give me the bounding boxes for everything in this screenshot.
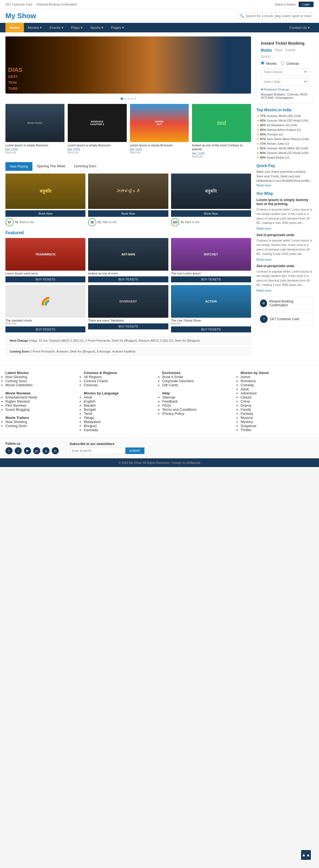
footer-item[interactable]: Thriller xyxy=(241,428,314,432)
social-twitter[interactable]: t xyxy=(15,447,22,454)
footer-item[interactable]: Corporate Vouchers xyxy=(162,379,235,383)
select-date[interactable]: Select Date xyxy=(261,78,309,86)
nav-events[interactable]: Events ▾ xyxy=(46,23,67,32)
tab-coming-soon[interactable]: Comming Soon xyxy=(70,162,101,171)
search-bar[interactable]: 🔍 xyxy=(237,12,314,19)
footer-item[interactable]: Telugu xyxy=(84,416,157,420)
footer-item[interactable]: Movie Celebrities xyxy=(5,383,78,387)
buy-tickets-btn-6[interactable]: BUY TICKETS xyxy=(171,327,251,332)
footer-item[interactable]: Bengali xyxy=(84,407,157,411)
footer-item[interactable]: Sitemap xyxy=(162,395,235,399)
book-now-btn-2[interactable]: Book Now xyxy=(88,210,168,217)
footer-item[interactable]: Cinemas xyxy=(84,383,157,387)
ticket-tab-plays[interactable]: Plays xyxy=(275,48,283,52)
customer-care-link[interactable]: 24/7 Customer Care xyxy=(5,3,32,6)
blog-read-more-3[interactable]: Read more xyxy=(256,289,271,292)
footer-item[interactable]: Fantasy xyxy=(241,411,314,416)
ticket-tab-movies[interactable]: Movies xyxy=(261,48,272,52)
buy-tickets-btn-5[interactable]: BUY TICKETS xyxy=(88,323,168,330)
footer-item[interactable]: Adventure xyxy=(241,391,314,395)
radio-movies-label[interactable]: Movies xyxy=(261,61,277,66)
subscribe-input[interactable] xyxy=(70,447,124,454)
dot-5[interactable] xyxy=(134,98,136,100)
footer-item[interactable]: Action xyxy=(241,375,314,379)
footer-item[interactable]: Romance xyxy=(241,379,314,383)
footer-item[interactable]: Kannada xyxy=(84,428,157,432)
footer-item[interactable]: Malayalam xyxy=(84,420,157,424)
footer-item[interactable]: Drama xyxy=(241,403,314,407)
buy-tickets-btn-4[interactable]: BUY TICKETS xyxy=(5,327,86,332)
footer-item[interactable]: Now Showing xyxy=(5,420,78,424)
subscribe-submit[interactable]: SUBMIT xyxy=(125,447,145,454)
footer-col-3: Exclusives Book A Smile Corporate Vouche… xyxy=(162,371,235,432)
buy-tickets-btn-2[interactable]: BUY TICKETS xyxy=(88,276,168,282)
footer-item[interactable]: Marathi xyxy=(84,403,157,407)
book-now-btn-1[interactable]: Book Now xyxy=(5,210,86,217)
footer-item[interactable]: Bhojpuri xyxy=(84,424,157,428)
tab-opening-week[interactable]: Opening This Week xyxy=(32,162,70,171)
footer-item[interactable]: Guest Blogging xyxy=(5,407,78,411)
social-facebook[interactable]: f xyxy=(5,447,12,454)
footer-item[interactable]: All Regions xyxy=(84,375,157,379)
footer-item[interactable]: FAQs xyxy=(162,403,235,407)
nav-pages[interactable]: Pages ▾ xyxy=(107,23,128,32)
ticket-tabs-2: Sports xyxy=(261,55,309,59)
footer-item[interactable]: Film Reviews xyxy=(5,403,78,407)
nav-movies[interactable]: Movies ▾ xyxy=(24,23,46,32)
footer-item[interactable]: Comedy xyxy=(241,383,314,387)
footer-item[interactable]: Musical xyxy=(241,416,314,420)
social-google[interactable]: g xyxy=(42,447,50,454)
footer-item[interactable]: Classic xyxy=(241,395,314,399)
social-youtube[interactable]: ▶ xyxy=(24,447,31,454)
footer-item[interactable]: Coming Soon xyxy=(5,424,78,428)
login-button[interactable]: Login xyxy=(298,2,314,7)
footer-item[interactable]: Suspense xyxy=(241,424,314,428)
dot-1[interactable] xyxy=(121,98,123,100)
nav-plays[interactable]: Plays ▾ xyxy=(67,23,87,32)
dot-3[interactable] xyxy=(127,98,129,100)
sidebar-action-care[interactable]: ? 24/7 Customer Care xyxy=(256,312,314,326)
radio-cinemas-label[interactable]: Cinemas xyxy=(281,61,299,66)
now-playing-movie-3: बाहुबलि Book Now 100 % Want to see xyxy=(171,174,251,226)
footer-item[interactable]: Privacy Policy xyxy=(162,411,235,416)
footer-item[interactable]: Crime xyxy=(241,399,314,403)
footer-item[interactable]: Coming Soon xyxy=(5,379,78,383)
social-googleplus[interactable]: g+ xyxy=(33,447,40,454)
select-region[interactable]: Select a Region xyxy=(275,3,296,6)
select-movie[interactable]: Select Movie xyxy=(261,68,309,76)
footer-item[interactable]: Book A Smile xyxy=(162,375,235,379)
blog-read-more-1[interactable]: Read more xyxy=(256,227,271,230)
buy-tickets-btn-1[interactable]: BUY TICKETS xyxy=(5,276,86,282)
buy-tickets-btn-3[interactable]: BUY TICKETS xyxy=(171,276,251,282)
footer-item[interactable]: Family xyxy=(241,407,314,411)
footer-item[interactable]: Now Showing xyxy=(5,375,78,379)
search-input[interactable] xyxy=(246,14,311,18)
footer-item[interactable]: Cinema Chains xyxy=(84,379,157,383)
footer-item[interactable]: Rajjiev Masand xyxy=(5,399,78,403)
social-linkedin[interactable]: in xyxy=(52,447,59,454)
footer-item[interactable]: Tamil xyxy=(84,411,157,416)
dot-2[interactable] xyxy=(124,98,126,100)
nav-contact[interactable]: Contact Us ▾ xyxy=(286,23,314,32)
footer-item[interactable]: Entertainment News xyxy=(5,395,78,399)
nav-home[interactable]: Home xyxy=(5,23,24,32)
ticket-tab-events[interactable]: Events xyxy=(285,48,295,52)
resend-confirmation-link[interactable]: Resend Booking Confirmation xyxy=(37,3,77,6)
nav-sports[interactable]: Sports ▾ xyxy=(87,23,107,32)
footer-item[interactable]: Terms and Conditions xyxy=(162,407,235,411)
footer-item[interactable]: Adult xyxy=(241,387,314,391)
footer-item[interactable]: Feedback xyxy=(162,399,235,403)
dot-4[interactable] xyxy=(131,98,133,100)
tab-now-playing[interactable]: Now Playing xyxy=(5,162,32,171)
footer-item[interactable]: Mystery xyxy=(241,420,314,424)
footer-item[interactable]: Hindi xyxy=(84,395,157,399)
footer-item[interactable]: Gift Cards xyxy=(162,383,235,387)
blog-read-more-2[interactable]: Read more xyxy=(256,258,271,261)
ticket-tab-sports[interactable]: Sports xyxy=(261,55,270,59)
footer-item[interactable]: English xyxy=(84,399,157,403)
book-now-btn-3[interactable]: Book Now xyxy=(171,210,251,217)
sidebar-action-resend[interactable]: ✉ Resend Booking Confirmation xyxy=(256,297,314,310)
radio-movies[interactable] xyxy=(261,61,264,65)
radio-cinemas[interactable] xyxy=(281,61,284,65)
quick-pay-read-more[interactable]: Read more xyxy=(256,184,271,187)
